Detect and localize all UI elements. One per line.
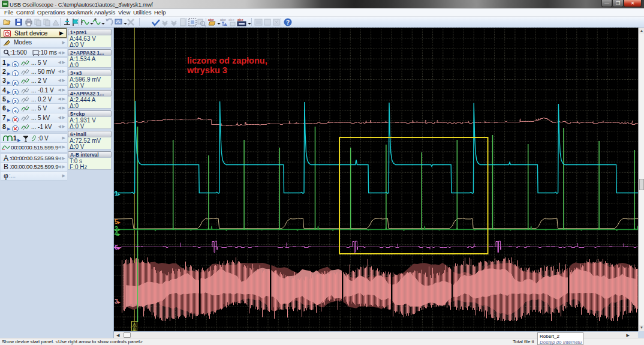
svg-text:5▸: 5▸ xyxy=(115,218,121,225)
svg-text:abc: abc xyxy=(228,18,234,22)
svg-text:B: B xyxy=(133,327,136,331)
svg-text:6▸: 6▸ xyxy=(115,244,121,251)
svg-text:liczone od zapłonu,: liczone od zapłonu, xyxy=(187,56,267,65)
svg-text:3▸: 3▸ xyxy=(115,298,121,305)
svg-text:A: A xyxy=(133,322,136,326)
svg-text:1▸: 1▸ xyxy=(115,190,121,197)
svg-text:?: ? xyxy=(286,19,290,26)
svg-text:wtrysku 3: wtrysku 3 xyxy=(186,65,227,75)
svg-text:abc: abc xyxy=(220,18,225,22)
svg-text:abc: abc xyxy=(208,18,213,22)
svg-text:abc: abc xyxy=(237,18,243,22)
